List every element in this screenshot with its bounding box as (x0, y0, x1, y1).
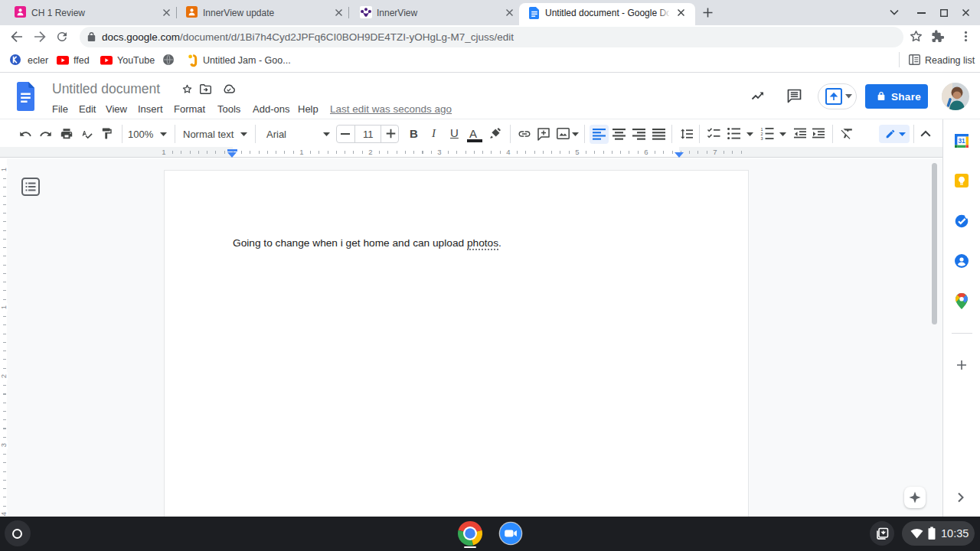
svg-text:31: 31 (958, 138, 965, 145)
svg-text:1: 1 (761, 127, 763, 132)
svg-text:3: 3 (761, 136, 763, 140)
